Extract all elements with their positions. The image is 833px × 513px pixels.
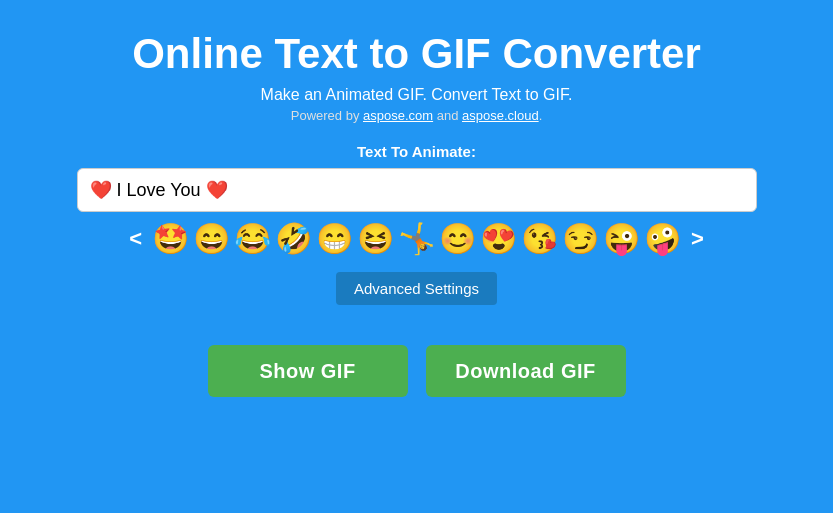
emoji-row: < 🤩 😄 😂 🤣 😁 😆 🤸 😊 😍 😘 😏 😜 🤪 > (123, 224, 710, 254)
emoji-13[interactable]: 🤪 (644, 224, 681, 254)
aspose-cloud-link[interactable]: aspose.cloud (462, 108, 539, 123)
show-gif-button[interactable]: Show GIF (208, 345, 408, 397)
emoji-2[interactable]: 😄 (193, 224, 230, 254)
emoji-8[interactable]: 😊 (439, 224, 476, 254)
emoji-5[interactable]: 😁 (316, 224, 353, 254)
emoji-10[interactable]: 😘 (521, 224, 558, 254)
emoji-4[interactable]: 🤣 (275, 224, 312, 254)
emoji-3[interactable]: 😂 (234, 224, 271, 254)
subtitle: Make an Animated GIF. Convert Text to GI… (132, 86, 701, 104)
text-label: Text To Animate: (357, 143, 476, 160)
powered-by: Powered by aspose.com and aspose.cloud. (132, 108, 701, 123)
emoji-7[interactable]: 🤸 (398, 224, 435, 254)
content-section: Text To Animate: < 🤩 😄 😂 🤣 😁 😆 🤸 😊 😍 😘 😏… (0, 143, 833, 397)
powered-by-text: Powered by (291, 108, 363, 123)
powered-by-and: and (433, 108, 462, 123)
emoji-nav-right[interactable]: > (685, 226, 710, 252)
emoji-1[interactable]: 🤩 (152, 224, 189, 254)
emoji-11[interactable]: 😏 (562, 224, 599, 254)
main-title: Online Text to GIF Converter (132, 30, 701, 78)
aspose-com-link[interactable]: aspose.com (363, 108, 433, 123)
advanced-settings-button[interactable]: Advanced Settings (336, 272, 497, 305)
powered-by-dot: . (539, 108, 543, 123)
buttons-row: Show GIF Download GIF (208, 345, 626, 397)
text-input[interactable] (77, 168, 757, 212)
emoji-12[interactable]: 😜 (603, 224, 640, 254)
emoji-nav-left[interactable]: < (123, 226, 148, 252)
emoji-9[interactable]: 😍 (480, 224, 517, 254)
emoji-6[interactable]: 😆 (357, 224, 394, 254)
download-gif-button[interactable]: Download GIF (426, 345, 626, 397)
header-section: Online Text to GIF Converter Make an Ani… (132, 30, 701, 123)
